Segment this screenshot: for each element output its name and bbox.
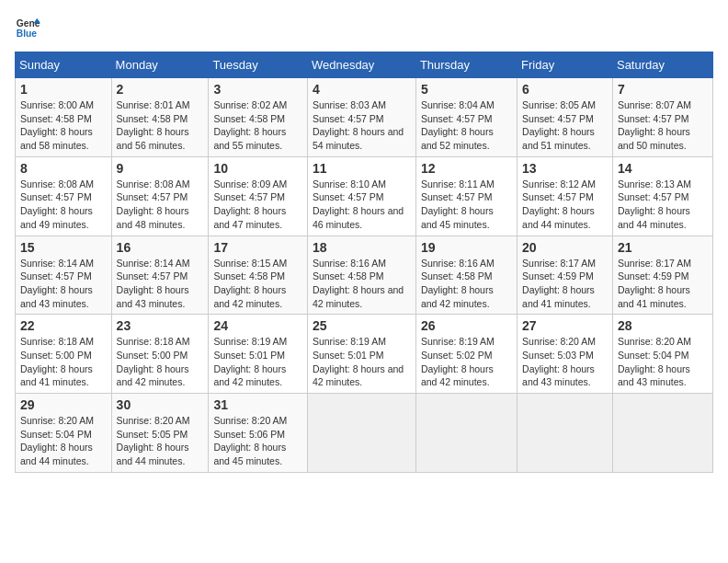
header-day-wednesday: Wednesday — [307, 52, 415, 78]
calendar-cell: 4Sunrise: 8:03 AMSunset: 4:57 PMDaylight… — [307, 78, 415, 157]
calendar-cell: 27Sunrise: 8:20 AMSunset: 5:03 PMDayligh… — [518, 315, 613, 394]
day-number: 15 — [20, 240, 107, 255]
calendar-cell: 14Sunrise: 8:13 AMSunset: 4:57 PMDayligh… — [612, 156, 712, 236]
calendar-cell: 31Sunrise: 8:20 AMSunset: 5:06 PMDayligh… — [209, 394, 308, 473]
header-row: SundayMondayTuesdayWednesdayThursdayFrid… — [16, 52, 713, 78]
day-info: Sunrise: 8:20 AMSunset: 5:04 PMDaylight:… — [20, 414, 107, 468]
day-number: 21 — [618, 240, 708, 255]
day-info: Sunrise: 8:17 AMSunset: 4:59 PMDaylight:… — [618, 257, 708, 311]
week-row-2: 15Sunrise: 8:14 AMSunset: 4:57 PMDayligh… — [16, 236, 713, 315]
day-number: 31 — [213, 397, 302, 412]
calendar-cell — [518, 394, 613, 473]
calendar-cell: 25Sunrise: 8:19 AMSunset: 5:01 PMDayligh… — [307, 315, 415, 394]
day-number: 9 — [117, 161, 204, 176]
calendar-cell: 7Sunrise: 8:07 AMSunset: 4:57 PMDaylight… — [612, 78, 712, 157]
header-day-monday: Monday — [111, 52, 209, 78]
day-info: Sunrise: 8:18 AMSunset: 5:00 PMDaylight:… — [117, 335, 204, 389]
day-number: 3 — [213, 82, 302, 97]
calendar-cell: 5Sunrise: 8:04 AMSunset: 4:57 PMDaylight… — [415, 78, 517, 157]
calendar-cell: 6Sunrise: 8:05 AMSunset: 4:57 PMDaylight… — [518, 78, 613, 157]
day-info: Sunrise: 8:00 AMSunset: 4:58 PMDaylight:… — [20, 98, 107, 153]
day-number: 18 — [313, 240, 411, 255]
calendar-cell — [307, 394, 415, 473]
day-info: Sunrise: 8:11 AMSunset: 4:57 PMDaylight:… — [421, 178, 512, 232]
week-row-0: 1Sunrise: 8:00 AMSunset: 4:58 PMDaylight… — [16, 78, 713, 157]
calendar-cell: 24Sunrise: 8:19 AMSunset: 5:01 PMDayligh… — [209, 315, 308, 394]
day-info: Sunrise: 8:20 AMSunset: 5:05 PMDaylight:… — [117, 414, 204, 468]
day-number: 14 — [618, 161, 708, 176]
week-row-3: 22Sunrise: 8:18 AMSunset: 5:00 PMDayligh… — [16, 315, 713, 394]
calendar-cell: 1Sunrise: 8:00 AMSunset: 4:58 PMDaylight… — [16, 78, 112, 157]
day-info: Sunrise: 8:20 AMSunset: 5:03 PMDaylight:… — [522, 335, 608, 389]
day-number: 7 — [618, 82, 708, 97]
day-info: Sunrise: 8:18 AMSunset: 5:00 PMDaylight:… — [20, 335, 107, 389]
day-number: 10 — [213, 161, 302, 176]
day-number: 12 — [421, 161, 512, 176]
day-number: 22 — [20, 318, 107, 333]
calendar-cell — [415, 394, 517, 473]
day-info: Sunrise: 8:12 AMSunset: 4:57 PMDaylight:… — [522, 178, 608, 232]
day-info: Sunrise: 8:16 AMSunset: 4:58 PMDaylight:… — [421, 257, 512, 311]
day-info: Sunrise: 8:08 AMSunset: 4:57 PMDaylight:… — [117, 178, 204, 232]
calendar-cell: 3Sunrise: 8:02 AMSunset: 4:58 PMDaylight… — [209, 78, 308, 157]
header-day-friday: Friday — [518, 52, 613, 78]
day-info: Sunrise: 8:10 AMSunset: 4:57 PMDaylight:… — [313, 178, 411, 232]
day-number: 11 — [313, 161, 411, 176]
calendar-cell: 28Sunrise: 8:20 AMSunset: 5:04 PMDayligh… — [612, 315, 712, 394]
day-number: 30 — [117, 397, 204, 412]
calendar-cell: 10Sunrise: 8:09 AMSunset: 4:57 PMDayligh… — [209, 156, 308, 236]
day-number: 13 — [522, 161, 608, 176]
day-number: 23 — [117, 318, 204, 333]
header-day-saturday: Saturday — [612, 52, 712, 78]
day-info: Sunrise: 8:13 AMSunset: 4:57 PMDaylight:… — [618, 178, 708, 232]
header: General Blue — [15, 15, 713, 40]
calendar-cell: 2Sunrise: 8:01 AMSunset: 4:58 PMDaylight… — [111, 78, 209, 157]
calendar-table: SundayMondayTuesdayWednesdayThursdayFrid… — [15, 52, 713, 473]
day-number: 5 — [421, 82, 512, 97]
day-info: Sunrise: 8:04 AMSunset: 4:57 PMDaylight:… — [421, 98, 512, 153]
day-number: 27 — [522, 318, 608, 333]
day-number: 26 — [421, 318, 512, 333]
day-info: Sunrise: 8:19 AMSunset: 5:01 PMDaylight:… — [313, 335, 411, 389]
logo: General Blue — [15, 15, 40, 40]
calendar-cell — [612, 394, 712, 473]
day-info: Sunrise: 8:14 AMSunset: 4:57 PMDaylight:… — [117, 257, 204, 311]
calendar-cell: 21Sunrise: 8:17 AMSunset: 4:59 PMDayligh… — [612, 236, 712, 315]
day-number: 24 — [213, 318, 302, 333]
logo-icon: General Blue — [15, 15, 40, 40]
calendar-cell: 17Sunrise: 8:15 AMSunset: 4:58 PMDayligh… — [209, 236, 308, 315]
calendar-cell: 11Sunrise: 8:10 AMSunset: 4:57 PMDayligh… — [307, 156, 415, 236]
day-number: 20 — [522, 240, 608, 255]
day-info: Sunrise: 8:19 AMSunset: 5:01 PMDaylight:… — [213, 335, 302, 389]
calendar-cell: 18Sunrise: 8:16 AMSunset: 4:58 PMDayligh… — [307, 236, 415, 315]
day-number: 2 — [117, 82, 204, 97]
calendar-cell: 12Sunrise: 8:11 AMSunset: 4:57 PMDayligh… — [415, 156, 517, 236]
calendar-cell: 19Sunrise: 8:16 AMSunset: 4:58 PMDayligh… — [415, 236, 517, 315]
day-info: Sunrise: 8:20 AMSunset: 5:06 PMDaylight:… — [213, 414, 302, 468]
calendar-cell: 26Sunrise: 8:19 AMSunset: 5:02 PMDayligh… — [415, 315, 517, 394]
day-number: 16 — [117, 240, 204, 255]
week-row-1: 8Sunrise: 8:08 AMSunset: 4:57 PMDaylight… — [16, 156, 713, 236]
day-number: 25 — [313, 318, 411, 333]
calendar-cell: 23Sunrise: 8:18 AMSunset: 5:00 PMDayligh… — [111, 315, 209, 394]
day-info: Sunrise: 8:01 AMSunset: 4:58 PMDaylight:… — [117, 98, 204, 153]
day-info: Sunrise: 8:03 AMSunset: 4:57 PMDaylight:… — [313, 98, 411, 153]
day-info: Sunrise: 8:08 AMSunset: 4:57 PMDaylight:… — [20, 178, 107, 232]
day-number: 17 — [213, 240, 302, 255]
calendar-cell: 22Sunrise: 8:18 AMSunset: 5:00 PMDayligh… — [16, 315, 112, 394]
day-info: Sunrise: 8:16 AMSunset: 4:58 PMDaylight:… — [313, 257, 411, 311]
calendar-cell: 8Sunrise: 8:08 AMSunset: 4:57 PMDaylight… — [16, 156, 112, 236]
header-day-thursday: Thursday — [415, 52, 517, 78]
day-info: Sunrise: 8:15 AMSunset: 4:58 PMDaylight:… — [213, 257, 302, 311]
day-number: 29 — [20, 397, 107, 412]
day-info: Sunrise: 8:20 AMSunset: 5:04 PMDaylight:… — [618, 335, 708, 389]
calendar-cell: 30Sunrise: 8:20 AMSunset: 5:05 PMDayligh… — [111, 394, 209, 473]
day-info: Sunrise: 8:14 AMSunset: 4:57 PMDaylight:… — [20, 257, 107, 311]
day-number: 4 — [313, 82, 411, 97]
calendar-cell: 29Sunrise: 8:20 AMSunset: 5:04 PMDayligh… — [16, 394, 112, 473]
calendar-cell: 15Sunrise: 8:14 AMSunset: 4:57 PMDayligh… — [16, 236, 112, 315]
day-number: 8 — [20, 161, 107, 176]
calendar-cell: 13Sunrise: 8:12 AMSunset: 4:57 PMDayligh… — [518, 156, 613, 236]
calendar-cell: 9Sunrise: 8:08 AMSunset: 4:57 PMDaylight… — [111, 156, 209, 236]
day-info: Sunrise: 8:02 AMSunset: 4:58 PMDaylight:… — [213, 98, 302, 153]
